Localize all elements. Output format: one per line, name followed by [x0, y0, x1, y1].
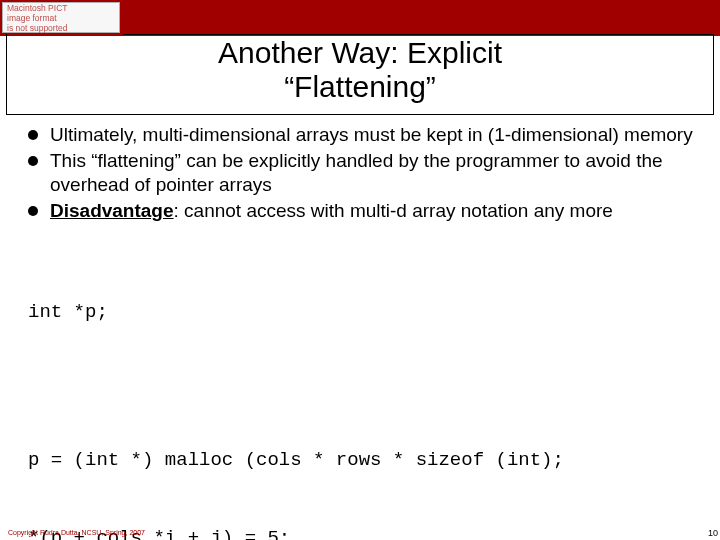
bullet-item: Ultimately, multi-dimensional arrays mus… — [28, 123, 702, 147]
code-line: int *p; — [28, 299, 702, 325]
code-block: p = (int *) malloc (cols * rows * sizeof… — [28, 395, 702, 540]
pict-line-2: image format — [3, 13, 119, 23]
title-line-1: Another Way: Explicit — [7, 36, 713, 70]
code-block: int *p; — [28, 247, 702, 377]
copyright-footer: Copyright Rudra Dutta, NCSU, Spring, 200… — [8, 529, 145, 536]
pict-line-3: is not supported — [3, 23, 119, 33]
page-number: 10 — [708, 528, 718, 538]
code-line: p = (int *) malloc (cols * rows * sizeof… — [28, 447, 702, 473]
slide-title: Another Way: Explicit “Flattening” — [6, 34, 714, 115]
slide-body: Ultimately, multi-dimensional arrays mus… — [0, 115, 720, 540]
pict-unsupported-badge: Macintosh PICT image format is not suppo… — [2, 2, 120, 33]
bullet-label: Disadvantage — [50, 200, 174, 221]
title-line-2: “Flattening” — [7, 70, 713, 104]
bullet-text: Ultimately, multi-dimensional arrays mus… — [50, 124, 693, 145]
bullet-text: This “flattening” can be explicitly hand… — [50, 150, 663, 195]
bullet-rest: : cannot access with multi-d array notat… — [174, 200, 613, 221]
bullet-item: This “flattening” can be explicitly hand… — [28, 149, 702, 197]
bullet-item: Disadvantage: cannot access with multi-d… — [28, 199, 702, 223]
bullet-list: Ultimately, multi-dimensional arrays mus… — [28, 123, 702, 223]
pict-line-1: Macintosh PICT — [3, 3, 119, 13]
